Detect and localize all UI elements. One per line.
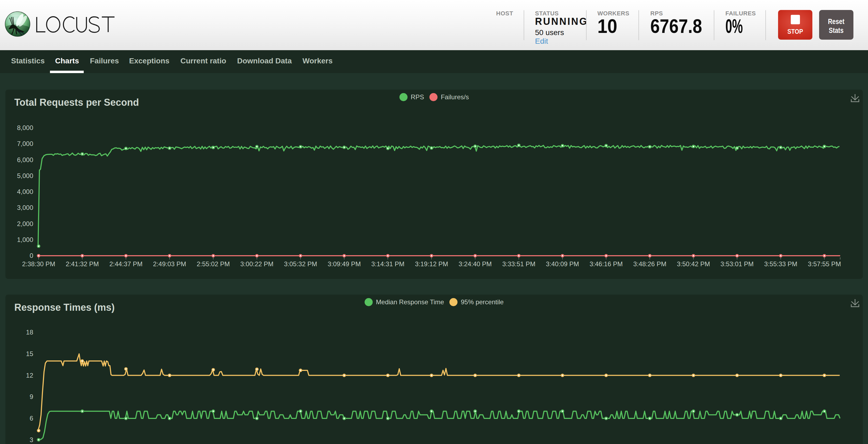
svg-text:7,000: 7,000 [17,140,33,147]
svg-text:2:49:03 PM: 2:49:03 PM [153,260,186,268]
svg-text:2:55:02 PM: 2:55:02 PM [196,260,230,268]
svg-text:3:24:40 PM: 3:24:40 PM [459,260,492,268]
svg-text:6: 6 [30,415,33,422]
svg-text:2:38:30 PM: 2:38:30 PM [22,260,55,268]
svg-text:12: 12 [26,372,33,379]
svg-text:6,000: 6,000 [17,156,33,164]
svg-text:4,000: 4,000 [17,188,33,195]
svg-text:3:00:22 PM: 3:00:22 PM [240,260,274,268]
svg-text:3:48:26 PM: 3:48:26 PM [633,260,666,268]
svg-text:3:14:31 PM: 3:14:31 PM [371,260,405,268]
svg-text:2:44:37 PM: 2:44:37 PM [110,260,143,268]
svg-text:3,000: 3,000 [17,204,33,211]
svg-text:3:46:16 PM: 3:46:16 PM [590,260,623,268]
svg-text:3:53:01 PM: 3:53:01 PM [720,260,754,268]
svg-text:9: 9 [30,393,33,400]
svg-text:0: 0 [30,252,33,259]
svg-text:2:41:32 PM: 2:41:32 PM [66,260,99,268]
svg-text:2,000: 2,000 [17,220,33,228]
svg-text:3:40:09 PM: 3:40:09 PM [546,260,579,268]
svg-text:3:50:42 PM: 3:50:42 PM [677,260,710,268]
svg-text:3:55:33 PM: 3:55:33 PM [764,260,798,268]
svg-text:18: 18 [26,329,33,336]
svg-text:1,000: 1,000 [17,236,33,243]
svg-text:3:05:32 PM: 3:05:32 PM [284,260,317,268]
svg-text:3: 3 [30,436,33,443]
svg-text:5,000: 5,000 [17,172,33,179]
svg-text:15: 15 [26,350,33,357]
svg-text:3:19:12 PM: 3:19:12 PM [415,260,448,268]
svg-text:8,000: 8,000 [17,124,33,131]
svg-text:3:57:55 PM: 3:57:55 PM [808,260,841,268]
svg-text:3:09:49 PM: 3:09:49 PM [328,260,361,268]
svg-text:3:33:51 PM: 3:33:51 PM [502,260,535,268]
